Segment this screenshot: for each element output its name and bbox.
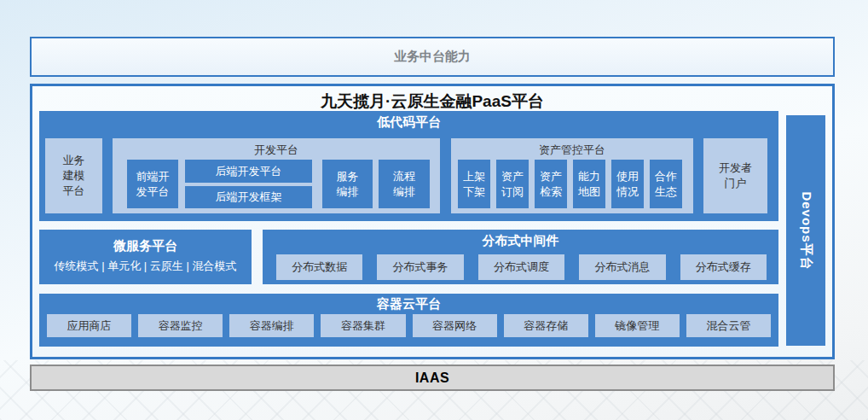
distributed-scheduling-box: 分布式调度 <box>478 254 564 280</box>
page: { "colors": { "border_blue": "#3579c4", … <box>0 0 868 420</box>
container-cluster-box: 容器集群 <box>321 314 405 337</box>
middleware-row: 分布式数据 分布式事务 分布式调度 分布式消息 分布式缓存 <box>276 254 767 280</box>
microservice-modes-label: 传统模式 | 单元化 | 云原生 | 混合模式 <box>39 259 252 274</box>
usage-status-box: 使用 情况 <box>611 160 644 208</box>
asset-control-title: 资产管控平台 <box>451 138 693 158</box>
app-store-box: 应用商店 <box>47 314 131 337</box>
container-cloud-platform-block: 容器云平台 应用商店 容器监控 容器编排 容器集群 容器网络 容器存储 镜像管理… <box>39 294 778 347</box>
dev-platform-panel: 开发平台 前端开 发平台 后端开发平台 后端开发框架 服务 编排 流程 编排 <box>113 138 440 213</box>
asset-search-box: 资产 检索 <box>535 160 567 208</box>
microservice-platform-title: 微服务平台 <box>39 230 252 254</box>
asset-on-off-shelf-box: 上架 下架 <box>458 160 490 208</box>
container-orchestration-box: 容器编排 <box>229 314 314 337</box>
asset-control-panel: 资产管控平台 上架 下架 资产 订阅 资产 检索 能力 地图 使用 情况 合作 … <box>451 138 693 213</box>
business-modeling-platform-box: 业务 建模 平台 <box>45 138 102 213</box>
distributed-transaction-box: 分布式事务 <box>377 254 463 280</box>
developer-portal-box: 开发者 门户 <box>703 138 767 213</box>
dev-platform-title: 开发平台 <box>113 138 440 158</box>
distributed-data-box: 分布式数据 <box>276 254 362 280</box>
backend-dev-framework-box: 后端开发框架 <box>185 186 312 208</box>
platform-title: 九天揽月·云原生金融PaaS平台 <box>32 90 832 113</box>
devops-platform-label: Devops平台 <box>798 191 814 270</box>
business-middle-platform-banner: 业务中台能力 <box>30 37 835 77</box>
devops-platform-bar: Devops平台 <box>786 115 825 346</box>
image-management-box: 镜像管理 <box>595 314 680 337</box>
backend-dev-platform-box: 后端开发平台 <box>185 160 312 183</box>
process-orchestration-box: 流程 编排 <box>379 160 430 208</box>
container-cloud-row: 应用商店 容器监控 容器编排 容器集群 容器网络 容器存储 镜像管理 混合云管 <box>47 314 771 337</box>
distributed-message-box: 分布式消息 <box>579 254 665 280</box>
distributed-middleware-title: 分布式中间件 <box>263 230 778 249</box>
low-code-platform-title: 低代码平台 <box>39 111 778 131</box>
iaas-bar: IAAS <box>30 365 835 391</box>
container-storage-box: 容器存储 <box>504 314 588 337</box>
low-code-platform-block: 低代码平台 业务 建模 平台 开发平台 前端开 发平台 后端开发平台 后端开发框… <box>39 111 778 221</box>
container-network-box: 容器网络 <box>413 314 497 337</box>
cooperation-ecosystem-box: 合作 生态 <box>650 160 682 208</box>
distributed-cache-box: 分布式缓存 <box>680 254 767 280</box>
asset-subscription-box: 资产 订阅 <box>496 160 529 208</box>
frontend-dev-platform-box: 前端开 发平台 <box>127 160 178 208</box>
container-monitoring-box: 容器监控 <box>138 314 223 337</box>
iaas-label: IAAS <box>415 370 449 386</box>
paas-platform-container: 九天揽月·云原生金融PaaS平台 低代码平台 业务 建模 平台 开发平台 前端开… <box>30 84 835 359</box>
hybrid-cloud-management-box: 混合云管 <box>686 314 771 337</box>
service-orchestration-box: 服务 编排 <box>322 160 373 208</box>
capability-map-box: 能力 地图 <box>573 160 605 208</box>
microservice-platform-block: 微服务平台 传统模式 | 单元化 | 云原生 | 混合模式 <box>39 230 252 284</box>
container-cloud-title: 容器云平台 <box>39 294 778 312</box>
banner-label: 业务中台能力 <box>394 49 471 65</box>
distributed-middleware-block: 分布式中间件 分布式数据 分布式事务 分布式调度 分布式消息 分布式缓存 <box>263 230 778 284</box>
